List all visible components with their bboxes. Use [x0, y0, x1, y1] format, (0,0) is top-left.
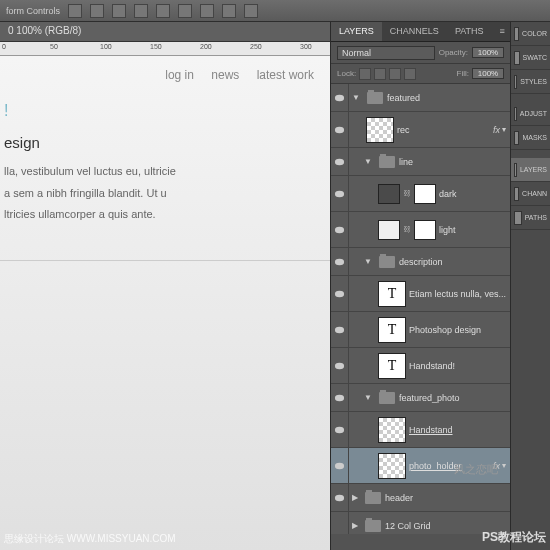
- layer-name[interactable]: featured_photo: [399, 393, 510, 403]
- blend-mode-select[interactable]: Normal: [337, 46, 435, 60]
- tool-icon[interactable]: [112, 4, 126, 18]
- layer-thumb[interactable]: [378, 417, 406, 443]
- layer-group-header[interactable]: ▶ header: [331, 484, 510, 512]
- canvas[interactable]: log in news latest work ! esign lla, ves…: [0, 56, 330, 550]
- tool-icon[interactable]: [134, 4, 148, 18]
- layer-name[interactable]: Handstand!: [409, 361, 510, 371]
- layer-name[interactable]: light: [439, 225, 510, 235]
- chevron-down-icon[interactable]: ▾: [502, 125, 510, 134]
- tool-icon[interactable]: [178, 4, 192, 18]
- visibility-toggle[interactable]: [331, 248, 349, 275]
- mask-thumb[interactable]: [414, 220, 436, 240]
- layer-name[interactable]: Etiam lectus nulla, ves...: [409, 289, 510, 299]
- tool-icon[interactable]: [244, 4, 258, 18]
- visibility-toggle[interactable]: [331, 412, 349, 447]
- layer-name[interactable]: featured: [387, 93, 510, 103]
- lock-position-icon[interactable]: [389, 68, 401, 80]
- tool-icon[interactable]: [222, 4, 236, 18]
- lock-image-icon[interactable]: [374, 68, 386, 80]
- text-layer-icon[interactable]: T: [378, 353, 406, 379]
- tab-layers[interactable]: LAYERS: [331, 22, 382, 41]
- link-icon[interactable]: ⛓: [403, 189, 411, 198]
- layer-group-featured-photo[interactable]: ▼ featured_photo: [331, 384, 510, 412]
- tab-paths[interactable]: PATHS: [447, 22, 492, 41]
- visibility-toggle[interactable]: [331, 348, 349, 383]
- visibility-toggle[interactable]: [331, 148, 349, 175]
- lock-all-icon[interactable]: [404, 68, 416, 80]
- layer-group-description[interactable]: ▼ description: [331, 248, 510, 276]
- dock-adjustments[interactable]: ADJUST: [511, 102, 550, 126]
- layer-handstand-smart[interactable]: Handstand: [331, 412, 510, 448]
- tool-icon[interactable]: [200, 4, 214, 18]
- lock-transparent-icon[interactable]: [359, 68, 371, 80]
- color-icon: [514, 27, 519, 41]
- visibility-toggle[interactable]: [331, 112, 349, 147]
- dock-color[interactable]: COLOR: [511, 22, 550, 46]
- visibility-toggle[interactable]: [331, 448, 349, 483]
- panel-menu-icon[interactable]: ≡: [492, 22, 512, 41]
- dock-channels[interactable]: CHANN: [511, 182, 550, 206]
- layer-name[interactable]: rec: [397, 125, 493, 135]
- visibility-toggle[interactable]: [331, 312, 349, 347]
- disclosure-arrow[interactable]: ▶: [349, 493, 361, 502]
- svg-point-11: [335, 462, 344, 468]
- visibility-toggle[interactable]: [331, 84, 349, 111]
- layer-name[interactable]: header: [385, 493, 510, 503]
- layer-group-line[interactable]: ▼ line: [331, 148, 510, 176]
- layer-text-handstand[interactable]: T Handstand!: [331, 348, 510, 384]
- layer-name[interactable]: Handstand: [409, 425, 510, 435]
- dock-styles[interactable]: STYLES: [511, 70, 550, 94]
- opacity-input[interactable]: 100%: [472, 47, 504, 58]
- svg-point-0: [335, 94, 344, 100]
- mask-thumb[interactable]: [414, 184, 436, 204]
- layer-light[interactable]: ⛓ light: [331, 212, 510, 248]
- layers-icon: [514, 163, 517, 177]
- text-layer-icon[interactable]: T: [378, 317, 406, 343]
- layer-dark[interactable]: ⛓ dark: [331, 176, 510, 212]
- folder-icon: [379, 156, 395, 168]
- layer-name[interactable]: line: [399, 157, 510, 167]
- disclosure-arrow[interactable]: ▼: [361, 393, 375, 402]
- chevron-down-icon[interactable]: ▾: [502, 461, 510, 470]
- dock-masks[interactable]: MASKS: [511, 126, 550, 150]
- visibility-toggle[interactable]: [331, 276, 349, 311]
- tab-channels[interactable]: CHANNELS: [382, 22, 447, 41]
- disclosure-arrow[interactable]: ▶: [349, 521, 361, 530]
- layer-text-etiam[interactable]: T Etiam lectus nulla, ves...: [331, 276, 510, 312]
- text-layer-icon[interactable]: T: [378, 281, 406, 307]
- fill-input[interactable]: 100%: [472, 68, 504, 79]
- watermark: 思缘设计论坛 WWW.MISSYUAN.COM: [4, 532, 176, 546]
- link-icon[interactable]: ⛓: [403, 225, 411, 234]
- layer-thumb[interactable]: [378, 220, 400, 240]
- disclosure-arrow[interactable]: ▼: [349, 93, 363, 102]
- layer-thumb[interactable]: [378, 184, 400, 204]
- layer-rec[interactable]: rec fx ▾: [331, 112, 510, 148]
- layer-name[interactable]: dark: [439, 189, 510, 199]
- visibility-toggle[interactable]: [331, 384, 349, 411]
- visibility-toggle[interactable]: [331, 176, 349, 211]
- disclosure-arrow[interactable]: ▼: [361, 257, 375, 266]
- tool-icon[interactable]: [68, 4, 82, 18]
- visibility-toggle[interactable]: [331, 212, 349, 247]
- layer-group-featured[interactable]: ▼ featured: [331, 84, 510, 112]
- dock-paths[interactable]: PATHS: [511, 206, 550, 230]
- folder-icon: [365, 520, 381, 532]
- layer-thumb[interactable]: [366, 117, 394, 143]
- tool-icon[interactable]: [90, 4, 104, 18]
- options-bar[interactable]: form Controls: [0, 0, 550, 22]
- layer-thumb[interactable]: [378, 453, 406, 479]
- layer-name[interactable]: description: [399, 257, 510, 267]
- dock-swatches[interactable]: SWATC: [511, 46, 550, 70]
- masks-icon: [514, 131, 519, 145]
- disclosure-arrow[interactable]: ▼: [361, 157, 375, 166]
- svg-point-5: [335, 258, 344, 264]
- layer-name[interactable]: Photoshop design: [409, 325, 510, 335]
- fx-badge[interactable]: fx: [493, 125, 502, 135]
- tool-icon[interactable]: [156, 4, 170, 18]
- dock-layers[interactable]: LAYERS: [511, 158, 550, 182]
- page-heading-1: !: [0, 92, 330, 128]
- layer-text-psdesign[interactable]: T Photoshop design: [331, 312, 510, 348]
- visibility-toggle[interactable]: [331, 512, 349, 534]
- visibility-toggle[interactable]: [331, 484, 349, 511]
- paths-icon: [514, 211, 522, 225]
